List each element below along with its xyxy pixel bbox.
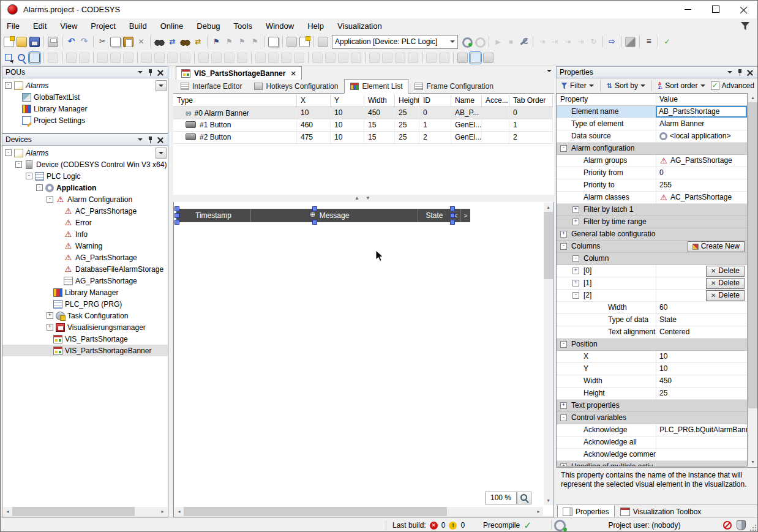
property-row-data-source[interactable]: Data source<local application> <box>557 130 747 143</box>
collapse-icon[interactable]: - <box>47 196 53 203</box>
tree-item-visualisierungsmanager[interactable]: +Visualisierungsmanager <box>2 321 168 333</box>
tree-item-project-settings[interactable]: Project Settings <box>2 114 168 126</box>
collapse-icon[interactable]: - <box>560 145 567 152</box>
properties-vertical-scrollbar[interactable]: ▴ ▾ <box>748 93 758 466</box>
open-file-icon[interactable] <box>17 37 27 47</box>
collapse-icon[interactable]: - <box>560 243 567 250</box>
collapse-icon[interactable]: - <box>15 161 22 168</box>
tree-item-globaltextlist[interactable]: GlobalTextList <box>2 91 168 103</box>
anchor-grid-icon[interactable] <box>483 53 493 63</box>
property-row-column[interactable]: -Column <box>557 253 747 265</box>
column-header-acce-[interactable]: Acce... <box>482 95 509 107</box>
tab-close-icon[interactable]: ✕ <box>290 70 296 78</box>
editor-splitter[interactable]: ▲ ▼ <box>173 195 554 202</box>
zoom-tool-icon[interactable] <box>17 53 27 63</box>
column-header-width[interactable]: Width <box>364 95 395 107</box>
new-object-icon[interactable] <box>299 37 310 47</box>
tree-item-device-codesys-control-win-v3-x64-[interactable]: -Device (CODESYS Control Win V3 x64) <box>2 159 168 170</box>
property-row-position[interactable]: -Position <box>557 339 747 351</box>
property-row-height[interactable]: Height25 <box>557 388 747 400</box>
panel-close-button[interactable] <box>155 68 165 77</box>
scroll-left-icon[interactable]: ◂ <box>3 507 12 516</box>
expand-icon[interactable]: + <box>560 463 567 466</box>
new-file-icon[interactable] <box>4 37 14 47</box>
find-objects-icon[interactable] <box>180 37 190 47</box>
scrollbar-thumb[interactable] <box>184 507 447 516</box>
subtab-hotkeys-configuration[interactable]: Hotkeys Configuration <box>248 80 344 93</box>
property-row-alarm-configuration[interactable]: -Alarm configuration <box>557 143 747 155</box>
selection-handle[interactable] <box>450 213 455 218</box>
menu-project[interactable]: Project <box>84 20 122 32</box>
collapse-icon[interactable]: - <box>560 341 567 348</box>
active-application-selector[interactable]: Application [Device: PLC Logic] <box>332 35 458 49</box>
tree-item-vis-partsshortagebanner[interactable]: VIS_PartsShortageBanner <box>2 345 168 356</box>
build-icon[interactable] <box>519 37 529 47</box>
property-row-columns[interactable]: -ColumnsCreate New <box>557 241 747 253</box>
tree-item-ag-partsshortage[interactable]: AG_PartsShortage <box>2 252 168 263</box>
sort-by-button[interactable]: ⇅ Sort by <box>605 80 647 91</box>
selection-handle[interactable] <box>450 206 455 211</box>
print-icon[interactable] <box>48 37 58 47</box>
create-new-button[interactable]: Create New <box>688 241 745 252</box>
cut-icon[interactable] <box>97 37 108 47</box>
property-row-x[interactable]: X10 <box>557 351 747 363</box>
tab-list-chevron-icon[interactable] <box>547 70 552 72</box>
property-row--0-[interactable]: +[0]✕Delete <box>557 265 747 277</box>
zoom-settings-button[interactable] <box>517 492 531 504</box>
scroll-down-icon[interactable]: ▾ <box>544 496 553 505</box>
display-mode-icon[interactable] <box>644 37 654 47</box>
property-row-acknowledge-all[interactable]: Acknowledge all <box>557 436 747 449</box>
tree-item-library-manager[interactable]: Library Manager <box>2 103 168 114</box>
property-row-element-name[interactable]: Element nameAB_PartsShortage <box>557 106 747 118</box>
collapse-icon[interactable]: - <box>572 292 579 299</box>
panel-menu-button[interactable] <box>725 68 735 77</box>
tree-item-plc-prg-prg-[interactable]: PLC_PRG (PRG) <box>2 298 168 310</box>
property-row-width[interactable]: Width60 <box>557 302 747 314</box>
property-row-priority-to[interactable]: Priority to255 <box>557 179 747 192</box>
property-row-handling-of-multiple-activ-[interactable]: +Handling of multiple activ... <box>557 461 747 466</box>
pointer-select-icon[interactable] <box>4 53 14 63</box>
delete-icon[interactable] <box>136 37 146 47</box>
property-row-priority-from[interactable]: Priority from0 <box>557 167 747 179</box>
declarations-dropdown-icon[interactable] <box>287 37 297 47</box>
save-icon[interactable] <box>29 37 40 47</box>
column-header-name[interactable]: Name <box>451 95 482 107</box>
menu-window[interactable]: Window <box>259 20 301 32</box>
collapse-icon[interactable]: - <box>560 414 567 421</box>
selection-handle[interactable] <box>174 220 179 225</box>
table-row[interactable]: #2 Button4751015252GenEl...2 <box>173 132 553 144</box>
redo-icon[interactable] <box>79 37 89 47</box>
collapse-icon[interactable]: - <box>26 173 32 179</box>
collapse-icon[interactable]: - <box>36 184 43 191</box>
zoom-level-field[interactable]: 100 % <box>485 492 517 504</box>
table-row[interactable]: #0 Alarm Banner1010450250AB_P...0 <box>173 107 553 119</box>
collapse-icon[interactable]: - <box>5 149 12 156</box>
visualization-canvas[interactable]: TimestampMessageState<> ⊕ 100 % ▴ ▾ ◂ ▸ <box>173 202 554 517</box>
panel-pin-button[interactable] <box>145 135 155 144</box>
scroll-up-icon[interactable]: ▴ <box>544 203 553 212</box>
tree-item-ac-partsshortage[interactable]: AC_PartsShortage <box>2 205 168 217</box>
menu-tools[interactable]: Tools <box>227 20 259 32</box>
tree-item-application[interactable]: -Application <box>2 182 168 193</box>
panel-menu-button[interactable] <box>135 135 145 144</box>
menu-visualization[interactable]: Visualization <box>331 20 389 32</box>
menu-file[interactable]: File <box>0 20 26 32</box>
canvas-horizontal-scrollbar[interactable]: ◂ ▸ <box>174 507 543 516</box>
menu-debug[interactable]: Debug <box>190 20 227 32</box>
expand-icon[interactable]: + <box>47 312 53 319</box>
paste-special-icon[interactable] <box>268 37 279 47</box>
property-row-alarm-groups[interactable]: Alarm groupsAG_PartsShortage <box>557 155 747 167</box>
delete-button[interactable]: ✕Delete <box>706 278 745 289</box>
column-header-id[interactable]: ID <box>419 95 451 107</box>
tree-item-library-manager[interactable]: Library Manager <box>2 287 168 298</box>
expand-icon[interactable]: + <box>560 402 567 409</box>
property-row-y[interactable]: Y10 <box>557 363 747 375</box>
property-row-text-alignment[interactable]: Text alignmentCentered <box>557 326 747 339</box>
document-tab-vis-partsshortagebanner[interactable]: VIS_PartsShortageBanner ✕ <box>176 66 302 80</box>
minimize-button[interactable] <box>674 0 702 18</box>
subtab-element-list[interactable]: Element List <box>344 79 408 94</box>
tree-item-databasefilealarmstorage[interactable]: DatabaseFileAlarmStorage <box>2 263 168 275</box>
tree-combo-button[interactable] <box>156 80 167 91</box>
panel-pin-button[interactable] <box>735 68 745 77</box>
menu-edit[interactable]: Edit <box>26 20 53 32</box>
